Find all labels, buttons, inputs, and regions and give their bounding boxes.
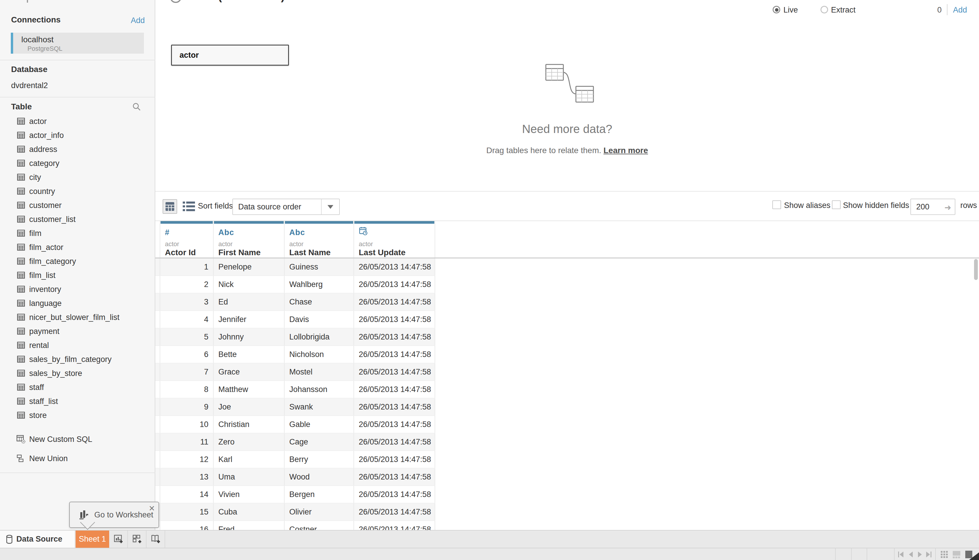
new-worksheet-button[interactable]	[110, 530, 128, 548]
cell-actor-id: 9	[160, 398, 214, 415]
add-connection-link[interactable]: Add	[131, 16, 145, 25]
table-heading: Table	[11, 102, 32, 112]
column-header-last-update[interactable]: actorLast Update	[354, 221, 435, 258]
row-gutter	[155, 276, 160, 293]
table-list-item-sales_by_film_category[interactable]: sales_by_film_category	[0, 352, 155, 366]
table-list-item-film[interactable]: film	[0, 226, 155, 240]
table-row-12: 12KarlBerry26/05/2013 14:47:58	[155, 451, 435, 468]
table-list-item-customer[interactable]: customer	[0, 198, 155, 212]
table-list-item-film_actor[interactable]: film_actor	[0, 240, 155, 254]
table-list-item-actor_info[interactable]: actor_info	[0, 128, 155, 142]
chevron-down-icon	[327, 205, 333, 209]
cell-last-update: 26/05/2013 14:47:58	[354, 258, 435, 275]
live-radio[interactable]	[773, 6, 780, 13]
table-list-item-customer_list[interactable]: customer_list	[0, 212, 155, 226]
learn-more-link[interactable]: Learn more	[604, 146, 648, 155]
live-label: Live	[784, 5, 798, 15]
sort-fields-dropdown[interactable]: Data source order	[232, 198, 340, 215]
vertical-scrollbar-thumb[interactable]	[974, 259, 978, 280]
database-selected-value[interactable]: dvdrental2	[11, 81, 48, 90]
relationship-canvas: actor (dvdrental2) actor Live Extract 0 …	[155, 0, 979, 191]
table-list-item-nicer_but_slower_film_list[interactable]: nicer_but_slower_film_list	[0, 310, 155, 324]
table-list-item-staff[interactable]: staff	[0, 380, 155, 394]
cell-first-name: Johnny	[214, 328, 285, 345]
table-list-item-city[interactable]: city	[0, 170, 155, 184]
cell-actor-id: 8	[160, 381, 214, 398]
data-source-pane: actor (dvdrental2) actor Live Extract 0 …	[155, 0, 979, 530]
show-aliases-checkbox[interactable]	[772, 200, 781, 209]
divider	[947, 4, 947, 15]
table-list-item-rental[interactable]: rental	[0, 338, 155, 352]
table-list-item-staff_list[interactable]: staff_list	[0, 394, 155, 408]
table-row-2: 2NickWahlberg26/05/2013 14:47:58	[155, 276, 435, 293]
new-union-button[interactable]: New Union	[0, 452, 155, 465]
window-resize-grip[interactable]	[969, 552, 979, 560]
column-header-last-name[interactable]: AbcactorLast Name	[285, 221, 354, 258]
table-list-item-label: staff_list	[29, 397, 58, 406]
column-field-name: Actor Id	[165, 248, 196, 257]
table-icon	[17, 160, 25, 167]
sheet-sorter-view-icon[interactable]	[940, 550, 948, 558]
table-list-item-country[interactable]: country	[0, 184, 155, 198]
table-list-item-store[interactable]: store	[0, 408, 155, 422]
tab-data-source[interactable]: Data Source	[0, 530, 75, 548]
previous-sheet-icon[interactable]	[907, 551, 914, 558]
cell-last-update: 26/05/2013 14:47:58	[354, 363, 435, 380]
cell-actor-id: 2	[160, 276, 214, 293]
dropdown-caret-box	[321, 199, 339, 214]
show-hidden-fields-label: Show hidden fields	[843, 201, 909, 210]
grid-view-button[interactable]	[162, 199, 177, 214]
row-count-input[interactable]: 200 ➜	[911, 198, 956, 215]
row-gutter	[155, 416, 160, 433]
table-list-item-inventory[interactable]: inventory	[0, 282, 155, 296]
first-sheet-icon[interactable]	[897, 551, 904, 558]
table-list-item-film_list[interactable]: film_list	[0, 268, 155, 282]
column-table-name: actor	[165, 240, 179, 248]
show-aliases-label: Show aliases	[784, 201, 830, 210]
column-header-first-name[interactable]: AbcactorFirst Name	[214, 221, 285, 258]
tab-sheet1[interactable]: Sheet 1	[75, 530, 109, 548]
extract-radio[interactable]	[820, 6, 828, 13]
table-list-item-language[interactable]: language	[0, 296, 155, 310]
show-hidden-fields-checkbox[interactable]	[832, 200, 840, 209]
filters-add-link[interactable]: Add	[953, 5, 967, 15]
column-header-actor-id[interactable]: #actorActor Id	[160, 221, 214, 258]
table-list-item-address[interactable]: address	[0, 142, 155, 156]
row-gutter	[155, 451, 160, 468]
rows-label: rows	[960, 201, 977, 210]
need-more-data-title: Need more data?	[155, 122, 979, 136]
cell-actor-id: 4	[160, 311, 214, 328]
close-icon[interactable]: ✕	[149, 504, 155, 513]
database-icon	[6, 535, 13, 544]
table-list-item-film_category[interactable]: film_category	[0, 254, 155, 268]
table-list-item-payment[interactable]: payment	[0, 324, 155, 338]
cell-last-update: 26/05/2013 14:47:58	[354, 311, 435, 328]
cell-first-name: Nick	[214, 276, 285, 293]
table-icon	[17, 285, 25, 293]
last-sheet-icon[interactable]	[925, 551, 932, 558]
next-sheet-icon[interactable]	[917, 551, 924, 558]
cell-first-name: Karl	[214, 451, 285, 468]
search-icon[interactable]	[132, 102, 141, 112]
table-list-item-category[interactable]: category	[0, 156, 155, 170]
sort-fields-value: Data source order	[238, 202, 301, 212]
table-list-item-actor[interactable]: actor	[0, 114, 155, 128]
canvas-table-actor[interactable]: actor	[171, 45, 289, 66]
table-icon	[17, 412, 25, 419]
divider	[867, 548, 867, 560]
new-dashboard-button[interactable]	[129, 530, 147, 548]
new-worksheet-icon	[113, 534, 124, 545]
cell-last-update: 26/05/2013 14:47:58	[354, 486, 435, 503]
filmstrip-view-icon[interactable]	[952, 550, 961, 558]
apply-rows-arrow-icon[interactable]: ➜	[944, 203, 951, 212]
cell-actor-id: 3	[160, 293, 214, 310]
connection-item-localhost[interactable]: localhost PostgreSQL	[11, 33, 144, 54]
table-list-item-sales_by_store[interactable]: sales_by_store	[0, 366, 155, 380]
new-story-button[interactable]	[147, 530, 165, 548]
new-custom-sql-button[interactable]: New Custom SQL	[0, 432, 155, 446]
table-icon	[17, 398, 25, 405]
list-view-button[interactable]	[182, 200, 195, 213]
cell-actor-id: 7	[160, 363, 214, 380]
table-list-item-label: country	[29, 187, 55, 196]
grid-toolbar: Sort fields Data source order Show alias…	[155, 191, 979, 221]
